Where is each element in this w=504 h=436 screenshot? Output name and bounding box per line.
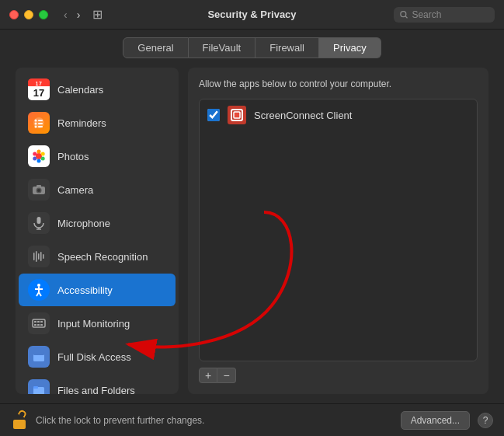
speech-icon xyxy=(28,246,50,267)
grid-icon[interactable]: ⊞ xyxy=(92,7,103,22)
main-panel: Allow the apps below to control your com… xyxy=(188,68,488,394)
svg-rect-35 xyxy=(37,321,40,323)
lock-status-text: Click the lock to prevent further change… xyxy=(36,415,393,426)
sidebar-item-label-camera: Camera xyxy=(57,184,93,196)
svg-point-4 xyxy=(35,123,37,125)
sidebar-item-reminders[interactable]: Reminders xyxy=(19,106,176,139)
calendar-icon: 17 17 xyxy=(28,78,50,100)
sidebar-item-label-calendars: Calendars xyxy=(57,84,103,96)
sidebar-item-label-full-disk: Full Disk Access xyxy=(57,351,131,363)
svg-rect-19 xyxy=(36,185,41,187)
minimize-button[interactable] xyxy=(24,10,33,19)
microphone-icon xyxy=(28,212,50,234)
photos-icon xyxy=(28,145,50,167)
full-disk-icon xyxy=(28,346,50,368)
sidebar-item-input-monitoring[interactable]: Input Monitoring xyxy=(19,307,176,340)
svg-point-12 xyxy=(41,157,45,161)
sidebar-item-label-microphone: Microphone xyxy=(57,218,110,229)
back-button[interactable]: ‹ xyxy=(61,7,71,23)
svg-rect-39 xyxy=(40,324,43,326)
sidebar-item-label-input-monitoring: Input Monitoring xyxy=(57,318,130,330)
svg-rect-47 xyxy=(234,112,240,118)
apps-list: ScreenConnect Client xyxy=(199,99,478,361)
titlebar: ‹ › ⊞ Security & Privacy xyxy=(0,0,504,30)
app-name-screenconnect: ScreenConnect Client xyxy=(254,110,352,121)
svg-rect-25 xyxy=(38,253,40,260)
svg-point-15 xyxy=(33,152,36,156)
svg-point-28 xyxy=(37,284,40,287)
svg-line-32 xyxy=(39,292,41,296)
sidebar-item-accessibility[interactable]: Accessibility xyxy=(19,274,176,306)
svg-point-0 xyxy=(401,11,406,16)
traffic-lights xyxy=(9,10,48,19)
svg-rect-20 xyxy=(37,217,41,224)
svg-point-13 xyxy=(37,159,41,163)
svg-rect-6 xyxy=(38,120,43,121)
tab-privacy[interactable]: Privacy xyxy=(319,37,381,58)
svg-point-14 xyxy=(33,157,36,161)
svg-rect-26 xyxy=(40,252,42,261)
search-icon xyxy=(400,10,408,19)
accessibility-icon xyxy=(28,279,50,301)
screenconnect-icon xyxy=(228,106,246,124)
sidebar-item-label-photos: Photos xyxy=(57,151,89,162)
sidebar-item-microphone[interactable]: Microphone xyxy=(19,207,176,239)
window-title: Security & Privacy xyxy=(207,9,296,20)
sidebar-item-speech[interactable]: Speech Recognition xyxy=(19,240,176,273)
svg-rect-33 xyxy=(33,319,45,327)
search-bar[interactable] xyxy=(394,7,495,23)
tabs-bar: General FileVault Firewall Privacy xyxy=(0,30,504,58)
files-icon xyxy=(28,379,50,394)
tab-general[interactable]: General xyxy=(123,37,188,58)
svg-rect-7 xyxy=(38,123,43,124)
sidebar-item-full-disk[interactable]: Full Disk Access xyxy=(19,340,176,373)
svg-point-10 xyxy=(37,150,41,154)
sidebar-item-label-accessibility: Accessibility xyxy=(57,284,113,296)
sidebar-item-photos[interactable]: Photos xyxy=(19,140,176,173)
sidebar-item-camera[interactable]: Camera xyxy=(19,173,176,206)
help-button[interactable]: ? xyxy=(478,413,493,428)
bottom-bar: Click the lock to prevent further change… xyxy=(0,403,504,436)
svg-point-5 xyxy=(35,126,37,128)
camera-icon xyxy=(28,179,50,201)
svg-rect-34 xyxy=(34,321,36,323)
svg-rect-27 xyxy=(43,254,44,259)
lock-icon[interactable] xyxy=(11,412,28,429)
svg-rect-24 xyxy=(36,251,37,262)
svg-rect-36 xyxy=(40,321,43,323)
add-app-button[interactable]: + xyxy=(199,368,217,383)
main-window: General FileVault Firewall Privacy 17 17… xyxy=(0,30,504,436)
sidebar-item-label-files: Files and Folders xyxy=(57,385,135,395)
sidebar-item-files[interactable]: Files and Folders xyxy=(19,374,176,394)
input-monitoring-icon xyxy=(28,312,50,334)
svg-rect-37 xyxy=(34,324,36,326)
content-area: 17 17 Calendars xyxy=(0,58,504,403)
panel-description: Allow the apps below to control your com… xyxy=(199,78,478,89)
sidebar: 17 17 Calendars xyxy=(16,68,179,394)
svg-point-3 xyxy=(35,120,37,122)
nav-arrows: ‹ › xyxy=(61,7,83,23)
tab-firewall[interactable]: Firewall xyxy=(255,37,319,58)
remove-app-button[interactable]: − xyxy=(217,368,236,383)
tab-filevault[interactable]: FileVault xyxy=(189,37,256,58)
sidebar-item-calendars[interactable]: 17 17 Calendars xyxy=(19,73,176,106)
sidebar-item-label-speech: Speech Recognition xyxy=(57,251,148,263)
svg-line-1 xyxy=(405,16,407,18)
svg-rect-42 xyxy=(35,351,39,354)
list-controls: + − xyxy=(199,368,478,383)
svg-rect-44 xyxy=(33,386,38,389)
svg-point-18 xyxy=(37,189,40,192)
forward-button[interactable]: › xyxy=(74,7,84,23)
close-button[interactable] xyxy=(9,10,19,19)
reminders-icon xyxy=(28,112,50,134)
app-checkbox-screenconnect[interactable] xyxy=(207,109,220,121)
svg-point-11 xyxy=(41,152,45,156)
svg-rect-8 xyxy=(38,126,43,127)
maximize-button[interactable] xyxy=(39,10,48,19)
svg-rect-23 xyxy=(33,253,35,260)
search-input[interactable] xyxy=(412,9,488,20)
app-item-screenconnect: ScreenConnect Client xyxy=(200,99,477,131)
advanced-button[interactable]: Advanced... xyxy=(401,411,470,430)
svg-rect-38 xyxy=(37,324,40,326)
sidebar-item-label-reminders: Reminders xyxy=(57,117,106,129)
